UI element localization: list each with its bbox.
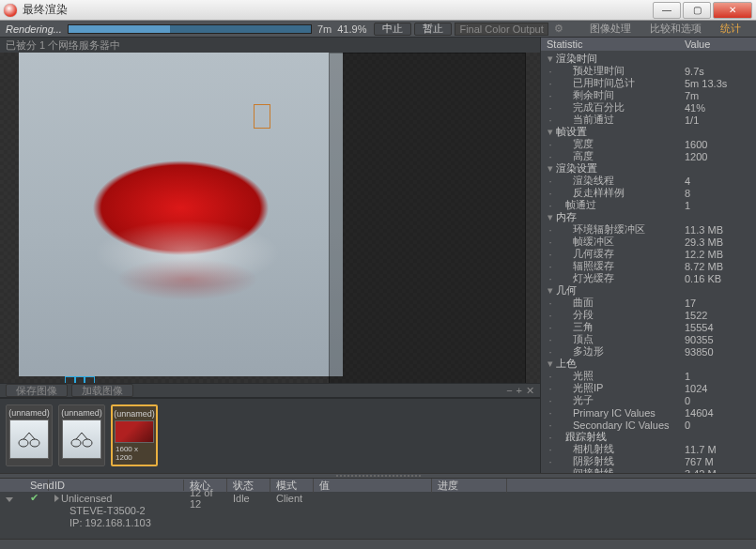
- net-col-id[interactable]: ID: [49, 480, 184, 491]
- thumbnail[interactable]: (unnamed): [58, 404, 105, 466]
- toolbar: Rendering... 7m 41.9% 中止 暂止 Final Color …: [0, 21, 756, 38]
- expand-icon[interactable]: [6, 497, 13, 502]
- stat-row: ·Primary IC Values14604: [541, 406, 756, 419]
- stop-button[interactable]: 中止: [374, 23, 411, 36]
- check-icon: ✔: [24, 492, 49, 504]
- pause-button[interactable]: 暂止: [414, 23, 452, 36]
- host-state: Idle: [227, 493, 270, 504]
- stat-row: ·光子0: [541, 394, 756, 406]
- stats-col-value: Value: [685, 38, 750, 50]
- close-panel-icon[interactable]: ✕: [526, 385, 534, 397]
- render-overlay: [329, 53, 526, 383]
- zoom-in-icon[interactable]: +: [517, 385, 522, 397]
- close-button[interactable]: ✕: [713, 2, 752, 19]
- load-image-button[interactable]: 加载图像: [71, 384, 133, 397]
- thumbnail-strip: (unnamed) (unnamed) (unnamed) 1600 x 120…: [0, 398, 540, 473]
- thumb-dim: 1600 x 1200: [116, 445, 153, 462]
- stats-header: Statistic Value: [541, 38, 756, 51]
- network-row[interactable]: IP: 192.168.1.103: [0, 516, 756, 528]
- progress-pct: 41.9%: [337, 23, 366, 35]
- titlebar: 最终渲染 — ▢ ✕: [0, 0, 756, 21]
- host-cores: 12 of 12: [184, 487, 227, 510]
- thumb-image: [9, 419, 49, 459]
- host-mode: Client: [270, 493, 314, 504]
- stats-body[interactable]: ▾渲染时间·预处理时间9.7s·已用时间总计5m 13.3s·剩余时间7m·完成…: [541, 51, 756, 473]
- net-col-send[interactable]: Send: [24, 480, 49, 491]
- tree-icon[interactable]: [54, 495, 59, 502]
- thumbnail-selected[interactable]: (unnamed) 1600 x 1200: [111, 404, 158, 466]
- viewport-title: 已被分 1 个网络服务器中: [0, 38, 540, 53]
- stats-col-name: Statistic: [547, 38, 685, 50]
- thumb-image: [115, 420, 154, 443]
- save-image-button[interactable]: 保存图像: [6, 384, 68, 397]
- progress-bar: [68, 24, 312, 34]
- network-header: Send ID 核心 状态 模式 值 进度: [0, 479, 756, 492]
- tab-image[interactable]: 图像处理: [580, 21, 640, 38]
- bucket-marker: [254, 104, 270, 129]
- viewport[interactable]: [0, 53, 540, 383]
- zoom-out-icon[interactable]: −: [506, 385, 512, 397]
- minimize-button[interactable]: —: [653, 2, 681, 19]
- stats-panel: Statistic Value ▾渲染时间·预处理时间9.7s·已用时间总计5m…: [540, 38, 756, 473]
- net-col-mode[interactable]: 模式: [270, 479, 314, 493]
- svg-point-3: [83, 439, 92, 447]
- node-ip: IP: 192.168.1.103: [49, 517, 184, 528]
- maximize-button[interactable]: ▢: [683, 2, 711, 19]
- network-body: ✔ Unlicensed 12 of 12 Idle Client STEVE-…: [0, 492, 756, 539]
- stat-row: ·间接射线3.42 M: [541, 467, 756, 473]
- window-title: 最终渲染: [23, 2, 68, 18]
- thumb-image: [62, 419, 101, 459]
- thumb-label: (unnamed): [114, 409, 155, 419]
- panel-bar: 保存图像 加载图像 − + ✕: [0, 383, 540, 398]
- render-status: Rendering...: [6, 23, 62, 35]
- svg-point-0: [19, 439, 28, 447]
- tile-markers: [66, 376, 94, 383]
- tab-compare[interactable]: 比较和选项: [640, 21, 711, 38]
- network-row[interactable]: STEVE-T3500-2: [0, 504, 756, 516]
- host-name: Unlicensed: [61, 493, 112, 504]
- thumb-label: (unnamed): [61, 408, 102, 418]
- net-col-progress[interactable]: 进度: [432, 479, 507, 493]
- render-preview: [19, 53, 343, 376]
- footer: [0, 539, 756, 549]
- svg-point-2: [71, 439, 81, 447]
- output-select[interactable]: Final Color Output: [455, 23, 548, 36]
- elapsed-time: 7m: [317, 23, 332, 35]
- app-icon: [4, 4, 17, 17]
- net-col-value[interactable]: 值: [314, 479, 432, 493]
- thumb-label: (unnamed): [8, 408, 50, 418]
- svg-point-1: [30, 439, 39, 447]
- tab-stats[interactable]: 统计: [711, 21, 750, 38]
- thumbnail[interactable]: (unnamed): [6, 404, 53, 466]
- net-col-state[interactable]: 状态: [227, 479, 270, 493]
- settings-icon[interactable]: ⚙: [554, 23, 563, 35]
- node-name: STEVE-T3500-2: [49, 505, 184, 516]
- network-row[interactable]: ✔ Unlicensed 12 of 12 Idle Client: [0, 492, 756, 504]
